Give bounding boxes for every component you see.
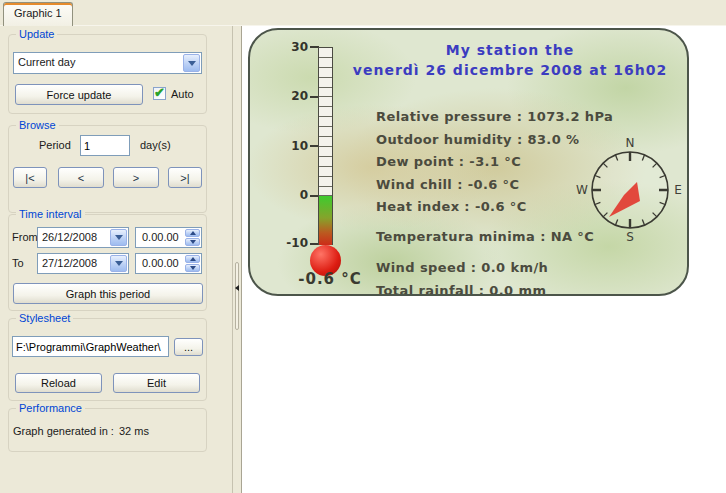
spin-down-icon[interactable] [185,238,200,246]
next-period-button[interactable]: > [113,167,159,188]
performance-group-title: Performance [16,401,85,415]
first-period-button[interactable]: |< [13,167,47,188]
thermometer-scale-label: 0 [282,188,308,202]
wind-compass: N E S W [575,135,685,245]
tab-label: Graphic 1 [14,7,62,19]
reading-pressure: Relative pressure : 1073.2 hPa [376,106,613,129]
update-group-title: Update [16,27,57,41]
chevron-down-icon[interactable] [110,229,127,246]
to-date-select[interactable]: 27/12/2008 [37,253,129,274]
station-title-line1: My station the [340,40,680,60]
spin-up-icon[interactable] [185,255,200,263]
browse-group-title: Browse [16,118,59,132]
thermometer-scale-label: 10 [282,139,308,153]
weather-card: My station the venerdì 26 dicembre 2008 … [248,28,689,296]
spin-down-icon[interactable] [185,264,200,272]
period-input[interactable] [80,135,130,156]
from-date-select[interactable]: 26/12/2008 [37,227,129,248]
thermometer-scale-label: 20 [282,89,308,103]
stylesheet-path-input[interactable] [12,336,169,357]
graph-this-period-button[interactable]: Graph this period [13,283,203,304]
auto-checkbox-label: Auto [171,88,194,100]
graphweather-window: Graphic 1 Update Current day Force updat… [0,0,726,493]
last-period-button[interactable]: >| [168,167,202,188]
browse-group: Browse Period day(s) |< < > >| [8,125,207,213]
from-time-value: 0.00.00 [136,228,184,247]
auto-checkbox[interactable]: ✔ [153,87,166,100]
stylesheet-group: Stylesheet ... Reload Edit [8,318,207,401]
compass-west-label: W [576,183,588,197]
compass-north-label: N [626,136,635,150]
thermometer-mercury [319,196,332,245]
edit-button[interactable]: Edit [113,373,200,393]
to-time-spinner[interactable]: 0.00.00 [135,253,202,274]
thermometer-scale-label: 30 [282,40,308,54]
update-mode-select[interactable]: Current day [13,52,202,74]
checkmark-icon: ✔ [154,85,165,100]
spin-up-icon[interactable] [185,229,200,237]
from-time-spinner[interactable]: 0.00.00 [135,227,202,248]
thermometer-scale-label: -10 [282,236,308,250]
force-update-button[interactable]: Force update [15,84,143,105]
outdoor-temperature-value: -0.6 °C [280,270,380,288]
tab-bar: Graphic 1 [0,0,726,26]
splitter-collapse-icon[interactable] [235,285,239,291]
weather-totals: Wind speed : 0.0 km/h Total rainfall : 0… [376,256,548,296]
reload-button[interactable]: Reload [15,373,102,393]
update-mode-value: Current day [14,53,182,73]
graph-panel: My station the venerdì 26 dicembre 2008 … [241,26,726,493]
from-date-value: 26/12/2008 [38,228,109,247]
to-label: To [12,257,24,269]
compass-south-label: S [626,230,634,244]
station-title: My station the venerdì 26 dicembre 2008 … [340,40,680,80]
from-label: From [12,231,38,243]
previous-period-button[interactable]: < [58,167,104,188]
to-time-value: 0.00.00 [136,254,184,273]
compass-east-label: E [674,183,682,197]
update-group: Update Current day Force update ✔ Auto [8,34,207,114]
generation-time-label: Graph generated in : [13,425,114,437]
stylesheet-group-title: Stylesheet [16,311,73,325]
control-panel: Update Current day Force update ✔ Auto B… [0,26,233,493]
station-title-line2: venerdì 26 dicembre 2008 at 16h02 [340,60,680,80]
period-unit-label: day(s) [140,139,171,151]
reading-rainfall: Total rainfall : 0.0 mm [376,279,548,296]
splitter-handle[interactable] [235,262,239,330]
generation-time-value: 32 ms [119,425,149,437]
chevron-down-icon[interactable] [183,54,200,72]
reading-temp-minima: Temperatura minima : NA °C [376,229,594,244]
to-date-value: 27/12/2008 [38,254,109,273]
period-label: Period [39,139,71,151]
time-interval-group-title: Time interval [16,207,85,221]
chevron-down-icon[interactable] [110,255,127,272]
time-interval-group: Time interval From 26/12/2008 0.00.00 To… [8,214,207,311]
reading-wind-speed: Wind speed : 0.0 km/h [376,256,548,279]
panel-splitter[interactable] [234,26,241,493]
performance-group: Performance Graph generated in : 32 ms [8,408,207,452]
browse-stylesheet-button[interactable]: ... [174,338,203,356]
tab-graphic-1[interactable]: Graphic 1 [3,2,73,26]
